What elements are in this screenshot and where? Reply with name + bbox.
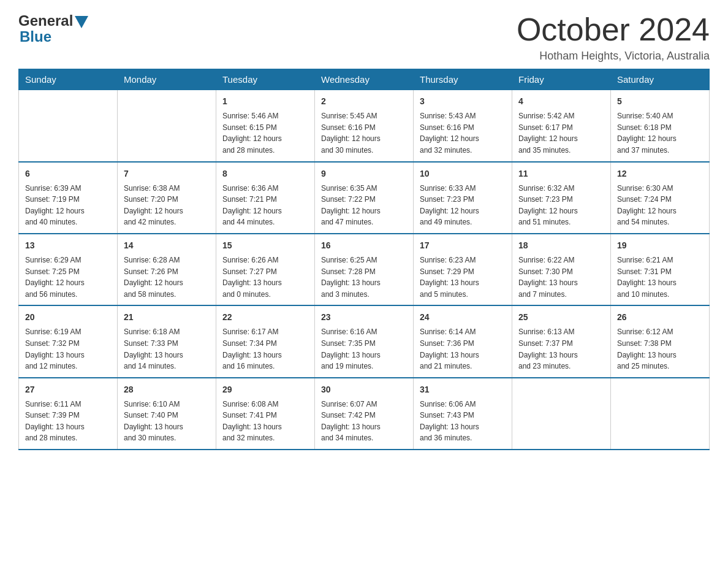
calendar-cell: 3Sunrise: 5:43 AM Sunset: 6:16 PM Daylig… [414,90,512,162]
day-number: 12 [617,167,703,180]
weekday-header-saturday: Saturday [611,69,710,90]
day-info: Sunrise: 6:39 AM Sunset: 7:19 PM Dayligh… [25,183,111,228]
calendar-cell [19,90,118,162]
calendar-cell: 22Sunrise: 6:17 AM Sunset: 7:34 PM Dayli… [216,305,315,377]
day-info: Sunrise: 6:12 AM Sunset: 7:38 PM Dayligh… [617,326,703,372]
day-number: 31 [420,383,506,396]
day-number: 23 [321,311,407,324]
calendar-cell [512,378,611,450]
day-info: Sunrise: 6:21 AM Sunset: 7:31 PM Dayligh… [617,255,703,300]
logo-blue-text: Blue [20,28,51,45]
logo-general-text: General [18,12,73,29]
day-number: 17 [420,239,506,252]
calendar-cell [118,90,216,162]
calendar-cell: 16Sunrise: 6:25 AM Sunset: 7:28 PM Dayli… [315,234,414,305]
day-number: 26 [617,311,703,324]
day-info: Sunrise: 6:25 AM Sunset: 7:28 PM Dayligh… [321,255,407,300]
day-number: 7 [124,167,210,180]
day-info: Sunrise: 6:28 AM Sunset: 7:26 PM Dayligh… [124,255,210,300]
calendar-cell: 6Sunrise: 6:39 AM Sunset: 7:19 PM Daylig… [19,162,118,234]
calendar-week-3: 13Sunrise: 6:29 AM Sunset: 7:25 PM Dayli… [19,234,710,305]
day-number: 3 [420,95,506,108]
day-number: 30 [321,383,407,396]
day-info: Sunrise: 5:40 AM Sunset: 6:18 PM Dayligh… [617,110,703,156]
day-info: Sunrise: 6:30 AM Sunset: 7:24 PM Dayligh… [617,183,703,228]
calendar-cell: 20Sunrise: 6:19 AM Sunset: 7:32 PM Dayli… [19,305,118,377]
calendar-cell: 23Sunrise: 6:16 AM Sunset: 7:35 PM Dayli… [315,305,414,377]
day-info: Sunrise: 5:42 AM Sunset: 6:17 PM Dayligh… [518,110,604,156]
calendar-subtitle: Hotham Heights, Victoria, Australia [517,50,710,63]
calendar-week-5: 27Sunrise: 6:11 AM Sunset: 7:39 PM Dayli… [19,378,710,450]
day-number: 1 [222,95,308,108]
day-number: 27 [25,383,111,396]
day-number: 4 [518,95,604,108]
calendar-cell: 11Sunrise: 6:32 AM Sunset: 7:23 PM Dayli… [512,162,611,234]
day-info: Sunrise: 6:18 AM Sunset: 7:33 PM Dayligh… [124,326,210,372]
calendar-cell: 26Sunrise: 6:12 AM Sunset: 7:38 PM Dayli… [611,305,710,377]
calendar-cell: 24Sunrise: 6:14 AM Sunset: 7:36 PM Dayli… [414,305,512,377]
day-info: Sunrise: 6:23 AM Sunset: 7:29 PM Dayligh… [420,255,506,300]
day-info: Sunrise: 6:33 AM Sunset: 7:23 PM Dayligh… [420,183,506,228]
day-number: 15 [222,239,308,252]
day-number: 25 [518,311,604,324]
calendar-week-1: 1Sunrise: 5:46 AM Sunset: 6:15 PM Daylig… [19,90,710,162]
day-info: Sunrise: 6:29 AM Sunset: 7:25 PM Dayligh… [25,255,111,300]
day-number: 24 [420,311,506,324]
day-info: Sunrise: 6:35 AM Sunset: 7:22 PM Dayligh… [321,183,407,228]
calendar-header: SundayMondayTuesdayWednesdayThursdayFrid… [19,69,710,90]
calendar-cell: 14Sunrise: 6:28 AM Sunset: 7:26 PM Dayli… [118,234,216,305]
day-info: Sunrise: 5:45 AM Sunset: 6:16 PM Dayligh… [321,110,407,156]
weekday-header-sunday: Sunday [19,69,118,90]
day-number: 21 [124,311,210,324]
title-block: October 2024 Hotham Heights, Victoria, A… [517,12,710,63]
calendar-cell: 7Sunrise: 6:38 AM Sunset: 7:20 PM Daylig… [118,162,216,234]
day-info: Sunrise: 6:26 AM Sunset: 7:27 PM Dayligh… [222,255,308,300]
calendar-cell [611,378,710,450]
day-number: 14 [124,239,210,252]
calendar-cell: 31Sunrise: 6:06 AM Sunset: 7:43 PM Dayli… [414,378,512,450]
logo: General Blue [18,12,88,45]
day-number: 28 [124,383,210,396]
calendar-cell: 9Sunrise: 6:35 AM Sunset: 7:22 PM Daylig… [315,162,414,234]
day-info: Sunrise: 5:46 AM Sunset: 6:15 PM Dayligh… [222,110,308,156]
day-number: 5 [617,95,703,108]
calendar-cell: 1Sunrise: 5:46 AM Sunset: 6:15 PM Daylig… [216,90,315,162]
calendar-cell: 4Sunrise: 5:42 AM Sunset: 6:17 PM Daylig… [512,90,611,162]
calendar-cell: 19Sunrise: 6:21 AM Sunset: 7:31 PM Dayli… [611,234,710,305]
calendar-cell: 5Sunrise: 5:40 AM Sunset: 6:18 PM Daylig… [611,90,710,162]
calendar-cell: 30Sunrise: 6:07 AM Sunset: 7:42 PM Dayli… [315,378,414,450]
day-info: Sunrise: 6:38 AM Sunset: 7:20 PM Dayligh… [124,183,210,228]
day-number: 20 [25,311,111,324]
calendar-week-2: 6Sunrise: 6:39 AM Sunset: 7:19 PM Daylig… [19,162,710,234]
calendar-cell: 17Sunrise: 6:23 AM Sunset: 7:29 PM Dayli… [414,234,512,305]
weekday-header-tuesday: Tuesday [216,69,315,90]
logo-triangle-icon [75,16,88,28]
day-info: Sunrise: 6:10 AM Sunset: 7:40 PM Dayligh… [124,399,210,444]
day-number: 6 [25,167,111,180]
day-number: 22 [222,311,308,324]
calendar-week-4: 20Sunrise: 6:19 AM Sunset: 7:32 PM Dayli… [19,305,710,377]
weekday-header-thursday: Thursday [414,69,512,90]
day-info: Sunrise: 6:22 AM Sunset: 7:30 PM Dayligh… [518,255,604,300]
calendar-cell: 8Sunrise: 6:36 AM Sunset: 7:21 PM Daylig… [216,162,315,234]
day-number: 13 [25,239,111,252]
day-info: Sunrise: 5:43 AM Sunset: 6:16 PM Dayligh… [420,110,506,156]
day-number: 9 [321,167,407,180]
weekday-header-friday: Friday [512,69,611,90]
weekday-header-wednesday: Wednesday [315,69,414,90]
day-number: 19 [617,239,703,252]
day-number: 18 [518,239,604,252]
day-info: Sunrise: 6:36 AM Sunset: 7:21 PM Dayligh… [222,183,308,228]
weekday-header-monday: Monday [118,69,216,90]
day-number: 11 [518,167,604,180]
calendar-title: October 2024 [517,12,710,47]
calendar-cell: 27Sunrise: 6:11 AM Sunset: 7:39 PM Dayli… [19,378,118,450]
calendar-cell: 15Sunrise: 6:26 AM Sunset: 7:27 PM Dayli… [216,234,315,305]
day-info: Sunrise: 6:17 AM Sunset: 7:34 PM Dayligh… [222,326,308,372]
page-header: General Blue October 2024 Hotham Heights… [18,12,710,63]
day-info: Sunrise: 6:16 AM Sunset: 7:35 PM Dayligh… [321,326,407,372]
calendar-table: SundayMondayTuesdayWednesdayThursdayFrid… [18,69,710,450]
day-number: 29 [222,383,308,396]
calendar-cell: 10Sunrise: 6:33 AM Sunset: 7:23 PM Dayli… [414,162,512,234]
day-info: Sunrise: 6:19 AM Sunset: 7:32 PM Dayligh… [25,326,111,372]
